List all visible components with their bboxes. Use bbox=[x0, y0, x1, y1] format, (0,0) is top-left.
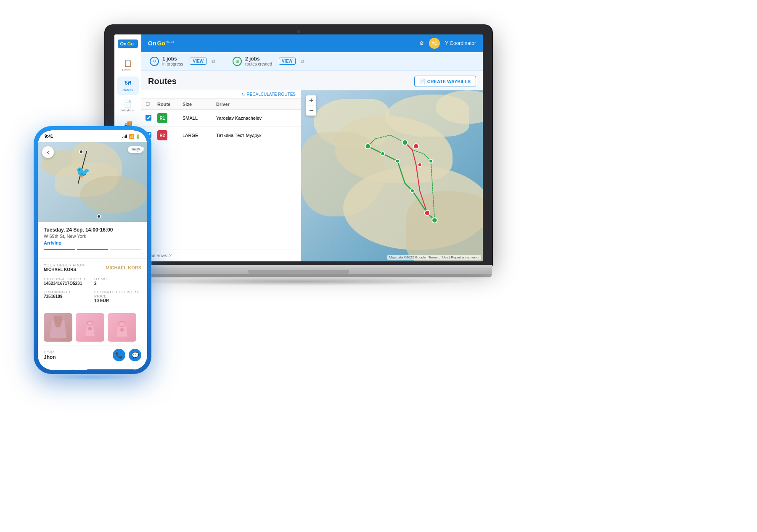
driver-actions: 📞 💬 bbox=[113, 349, 141, 361]
red-dot-2 bbox=[418, 163, 422, 167]
brand-go: Go bbox=[127, 41, 134, 46]
laptop-shadow bbox=[126, 277, 471, 286]
routes-view-btn[interactable]: VIEW bbox=[279, 58, 296, 65]
recalculate-icon: ↻ bbox=[241, 92, 245, 97]
brand-on: On bbox=[120, 41, 127, 46]
phone-time: 9:41 bbox=[45, 134, 53, 139]
col-size-header: Size bbox=[183, 102, 216, 107]
main-content: OnGo Smart ⚙ YC Y Coordinator bbox=[141, 34, 483, 261]
waybills-icon-small: 📄 bbox=[420, 79, 426, 84]
map-dot-1 bbox=[365, 144, 371, 149]
sidebar-item-orders[interactable]: 📋 Order... bbox=[117, 56, 139, 75]
driver-info: Driver Jhon bbox=[44, 350, 56, 360]
phone: 9:41 📶 🔋 bbox=[34, 126, 151, 380]
routes-count: 2 jobs bbox=[245, 56, 272, 62]
items-label: Items bbox=[94, 277, 141, 281]
settings-icon[interactable]: ⚙ bbox=[419, 40, 424, 46]
red-dot-3 bbox=[425, 210, 430, 215]
phone-back-btn[interactable]: ‹ bbox=[42, 146, 54, 158]
status-item-routes: ⊞ 2 jobs routes created VIEW ⧉ bbox=[224, 52, 313, 70]
brand-value: MICHAEL KORS bbox=[106, 265, 141, 270]
progress-dot-3 bbox=[110, 249, 141, 250]
phone-inner: 9:41 📶 🔋 bbox=[38, 130, 147, 370]
row1-driver: Yaroslav Kaznacheiev bbox=[216, 116, 296, 121]
app-container: OnGo 📋 Order... 🗺 Orders 📄 bbox=[114, 34, 483, 261]
avatar[interactable]: YC bbox=[429, 38, 440, 49]
sidebar-item-routes[interactable]: 🗺 Orders bbox=[117, 76, 139, 95]
map-panel[interactable]: + − Map data ©2022 Google | Terms of Use… bbox=[301, 90, 483, 261]
product-images bbox=[38, 310, 147, 345]
recalculate-bar: ↻ RECALCULATE ROUTES bbox=[141, 90, 301, 99]
create-waybills-btn[interactable]: 📄 CREATE WAYBILLS bbox=[414, 76, 476, 87]
laptop-base bbox=[105, 265, 492, 274]
ext-id-label: External order ID bbox=[44, 277, 91, 281]
table-row: R1 SMALL Yaroslav Kaznacheiev bbox=[141, 110, 301, 127]
map-dot-6 bbox=[402, 140, 408, 145]
phone-route-end bbox=[97, 214, 101, 219]
zoom-in-btn[interactable]: + bbox=[306, 95, 316, 105]
signal-icon bbox=[122, 134, 127, 138]
col-check: ☐ bbox=[146, 101, 157, 107]
bag1-svg bbox=[79, 315, 101, 340]
map-dot-5 bbox=[432, 218, 437, 223]
driver-name: Jhon bbox=[44, 354, 56, 360]
laptop: OnGo 📋 Order... 🗺 Orders 📄 bbox=[105, 25, 492, 286]
chat-driver-btn[interactable]: 💬 bbox=[129, 349, 141, 361]
table-row: R2 LARGE Татьяна Тест-Мудрук bbox=[141, 127, 301, 144]
svg-rect-0 bbox=[54, 316, 62, 320]
phone-info-card: Tuesday, 24 Sep, 14:00-16:00 W 69th St, … bbox=[38, 222, 147, 259]
orders-icon: 📋 bbox=[124, 59, 132, 67]
delivery-time: Tuesday, 24 Sep, 14:00-16:00 bbox=[44, 227, 141, 233]
routes-label: routes created bbox=[245, 62, 272, 66]
phone-land-4 bbox=[80, 176, 147, 213]
delivery-options-btn[interactable]: Delivery Options bbox=[82, 369, 141, 370]
map-background: + − Map data ©2022 Google | Terms of Use… bbox=[301, 90, 483, 261]
svg-point-4 bbox=[120, 328, 124, 332]
price-value: 10 EUR bbox=[94, 298, 141, 303]
red-route-line bbox=[405, 142, 427, 213]
col-route-header: Route bbox=[157, 102, 183, 107]
copy-icon-2[interactable]: ⧉ bbox=[301, 58, 304, 64]
order-details: Your order from MICHAEL KORS MICHAEL KOR… bbox=[38, 259, 147, 310]
zoom-out-btn[interactable]: − bbox=[306, 105, 316, 116]
map-routes-svg bbox=[301, 90, 483, 261]
progress-dot-2 bbox=[77, 249, 109, 250]
cancel-btn[interactable]: Cancel bbox=[44, 369, 78, 370]
row1-checkbox[interactable] bbox=[146, 115, 157, 121]
phone-outer: 9:41 📶 🔋 bbox=[34, 126, 151, 374]
routes-title: Routes bbox=[148, 76, 177, 86]
phone-status-bar: 9:41 📶 🔋 bbox=[38, 130, 147, 142]
brand-go-text: Go bbox=[157, 40, 165, 47]
laptop-foot bbox=[105, 274, 492, 277]
row1-check-input[interactable] bbox=[146, 115, 151, 121]
phone-shadow bbox=[50, 374, 135, 380]
laptop-bezel: OnGo 📋 Order... 🗺 Orders 📄 bbox=[105, 25, 492, 265]
svg-rect-2 bbox=[88, 327, 92, 330]
status-bar: ↻ 1 jobs in progress VIEW ⧉ ⊞ bbox=[141, 52, 483, 71]
call-driver-btn[interactable]: 📞 bbox=[113, 349, 125, 361]
inprogress-view-btn[interactable]: VIEW bbox=[190, 58, 206, 65]
inprogress-label: in progress bbox=[162, 62, 183, 66]
map-attribution: Map data ©2022 Google | Terms of Use | R… bbox=[387, 255, 481, 260]
map-dot-2 bbox=[381, 152, 385, 155]
row2-route: R2 bbox=[157, 130, 183, 140]
sidebar-orders-label: Order... bbox=[122, 68, 133, 72]
bag2-svg bbox=[111, 315, 132, 340]
product-dress-img bbox=[44, 313, 72, 342]
routes-created-icon: ⊞ bbox=[233, 57, 242, 66]
tracking-block: Tracking ID 73516109 bbox=[44, 290, 91, 306]
from-label: Your order from bbox=[44, 263, 85, 267]
row2-size: LARGE bbox=[183, 133, 216, 138]
sidebar-item-waybills[interactable]: 📄 Waybills bbox=[117, 97, 139, 115]
scene: OnGo 📋 Order... 🗺 Orders 📄 bbox=[0, 0, 757, 532]
copy-icon-1[interactable]: ⧉ bbox=[212, 58, 215, 64]
delivery-address: W 69th St, New York bbox=[44, 234, 141, 239]
routes-table-panel: ↻ RECALCULATE ROUTES ☐ Route Size Driver bbox=[141, 90, 301, 261]
topbar-right: ⚙ YC Y Coordinator bbox=[419, 38, 476, 49]
recalculate-label[interactable]: RECALCULATE ROUTES bbox=[246, 92, 296, 97]
r2-badge: R2 bbox=[157, 130, 167, 140]
brand-smart-text: Smart bbox=[166, 41, 174, 44]
ext-id-value: 14523416717O5231 bbox=[44, 281, 91, 286]
red-dot-1 bbox=[413, 144, 418, 149]
external-id-block: External order ID 14523416717O5231 bbox=[44, 277, 91, 288]
